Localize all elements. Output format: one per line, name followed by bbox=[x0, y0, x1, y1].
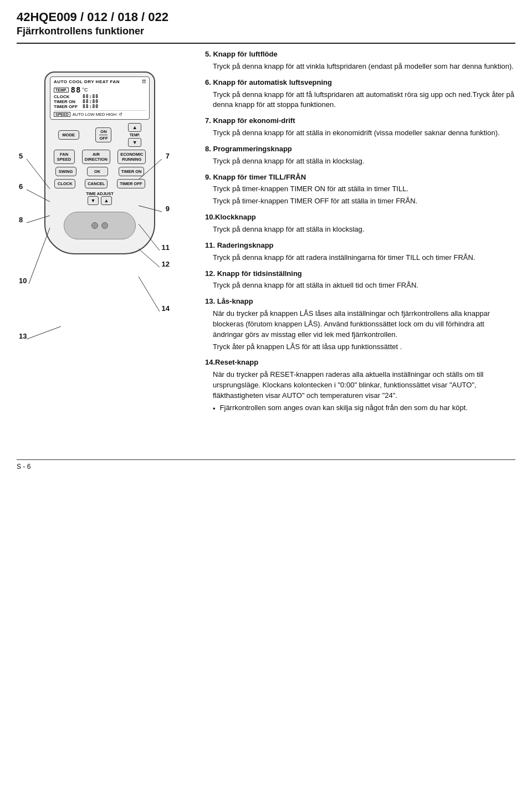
time-adjust-buttons: ▼ ▲ bbox=[50, 196, 150, 205]
item-6-num: 6. bbox=[205, 78, 213, 86]
circle-2 bbox=[101, 222, 108, 229]
clock-button[interactable]: CLOCK bbox=[54, 179, 75, 188]
left-panel: AUTO COOL DRY HEAT FAN ☷ TEMP. 88 °C CLO… bbox=[17, 49, 188, 448]
instruction-13: 13. Lås-knapp När du trycker på knappen … bbox=[205, 296, 515, 352]
temp-unit: °C bbox=[82, 87, 88, 93]
fan-icon: ☷ bbox=[142, 79, 146, 84]
speed-icon: ↺ bbox=[119, 112, 122, 117]
clock-label: CLOCK bbox=[54, 94, 80, 99]
time-adjust-section: TIME ADJUST ▼ ▲ bbox=[50, 191, 150, 205]
timer-off-button[interactable]: TIMER OFF bbox=[117, 179, 145, 188]
item-5-num: 5. bbox=[205, 50, 213, 58]
item-7-body: Tryck på denna knapp för att ställa in e… bbox=[213, 128, 515, 139]
item-14-title: Reset-knapp bbox=[215, 358, 258, 366]
instruction-12: 12. Knapp för tidsinställning Tryck på d… bbox=[205, 269, 515, 292]
item-6-title: Knapp för automatisk luftsvepning bbox=[213, 78, 332, 86]
temp-control: ▲ TEMP. ▼ bbox=[128, 123, 141, 147]
circle-1 bbox=[91, 222, 98, 229]
air-direction-button[interactable]: AIR DIRECTION bbox=[82, 150, 110, 164]
instruction-11: 11. Raderingsknapp Tryck på denna knapp … bbox=[205, 241, 515, 263]
timer-on-value: 88:80 bbox=[83, 99, 99, 104]
button-row-4: CLOCK CANCEL TIMER OFF bbox=[50, 179, 150, 188]
item-9-num: 9. bbox=[205, 173, 213, 181]
temp-label: TEMP. bbox=[54, 88, 69, 93]
clock-value: 88:88 bbox=[83, 94, 99, 99]
item-13-title: Lås-knapp bbox=[217, 297, 253, 305]
instruction-10: 10.Klockknapp Tryck på denna knapp för a… bbox=[205, 212, 515, 235]
speed-label: SPEED bbox=[54, 112, 70, 117]
item-9-body2: Tryck på timer-knappen TIMER OFF för att… bbox=[213, 196, 515, 207]
cancel-button[interactable]: CANCEL bbox=[85, 179, 108, 188]
item-12-title: Knapp för tidsinställning bbox=[217, 269, 302, 278]
item-7-title: Knapp för ekonomi-drift bbox=[213, 116, 295, 125]
label-11: 11 bbox=[162, 243, 170, 252]
mode-indicators: AUTO COOL DRY HEAT FAN bbox=[54, 79, 120, 84]
label-5: 5 bbox=[19, 152, 23, 160]
instruction-5: 5. Knapp för luftflöde Tryck på denna kn… bbox=[205, 49, 515, 72]
right-panel: 5. Knapp för luftflöde Tryck på denna kn… bbox=[205, 49, 515, 448]
item-9-title: Knapp för timer TILL/FRÅN bbox=[213, 173, 306, 181]
label-9: 9 bbox=[166, 204, 170, 213]
svg-line-9 bbox=[139, 277, 160, 311]
item-13-body2: Tryck åter på knappen LÅS för att låsa u… bbox=[213, 342, 515, 352]
item-13-num: 13. bbox=[205, 297, 217, 305]
instruction-8: 8. Programmeringsknapp Tryck på denna kn… bbox=[205, 144, 515, 167]
timer-on-button[interactable]: TIMER ON bbox=[119, 167, 145, 176]
item-14-bullet: • Fjärrkontrollen som anges ovan kan ski… bbox=[213, 403, 515, 415]
item-10-body: Tryck på denna knapp för att ställa in k… bbox=[213, 224, 515, 235]
item-9-body1: Tryck på timer-knappen TIMER ON för att … bbox=[213, 184, 515, 195]
page-footer: S - 6 bbox=[17, 459, 515, 471]
button-row-1: MODE ON OFF ▲ TEMP. ▼ bbox=[50, 123, 150, 147]
instruction-14: 14.Reset-knapp När du trycker på RESET-k… bbox=[205, 357, 515, 414]
item-10-title: Klockknapp bbox=[215, 213, 256, 221]
instruction-9: 9. Knapp för timer TILL/FRÅN Tryck på ti… bbox=[205, 172, 515, 207]
item-13-body1: När du trycker på knappen LÅS låses alla… bbox=[213, 309, 515, 340]
label-12: 12 bbox=[162, 260, 170, 268]
off-label: OFF bbox=[99, 136, 108, 141]
item-7-num: 7. bbox=[205, 116, 213, 125]
page-wrapper: 42HQE009 / 012 / 018 / 022 Fjärrkontroll… bbox=[0, 0, 532, 487]
timer-off-label: TIMER OFF bbox=[54, 104, 80, 109]
on-off-button[interactable]: ON OFF bbox=[95, 127, 111, 142]
item-14-num: 14. bbox=[205, 358, 215, 366]
item-14-bullet-text: Fjärrkontrollen som anges ovan kan skilj… bbox=[220, 403, 468, 415]
timer-off-value: 88:80 bbox=[83, 104, 99, 109]
label-7: 7 bbox=[166, 152, 170, 160]
temp-up-button[interactable]: ▲ bbox=[128, 123, 141, 132]
instruction-6: 6. Knapp för automatisk luftsvepning Try… bbox=[205, 78, 515, 111]
item-10-num: 10. bbox=[205, 213, 215, 221]
temp-label-btn: TEMP. bbox=[130, 133, 140, 137]
item-11-body: Tryck på denna knapp för att radera inst… bbox=[213, 253, 515, 263]
item-14-body1: När du trycker på RESET-knappen raderas … bbox=[213, 370, 515, 401]
ok-button[interactable]: OK bbox=[87, 167, 108, 176]
page-header: 42HQE009 / 012 / 018 / 022 Fjärrkontroll… bbox=[17, 10, 515, 37]
timer-on-label: TIMER ON bbox=[54, 99, 80, 104]
model-number: 42HQE009 / 012 / 018 / 022 bbox=[17, 10, 515, 24]
label-8: 8 bbox=[19, 216, 23, 224]
economic-running-button[interactable]: ECONOMIC RUNNING bbox=[117, 150, 146, 164]
label-6: 6 bbox=[19, 182, 23, 191]
item-11-title: Raderingsknapp bbox=[217, 241, 274, 249]
on-label: ON bbox=[100, 129, 106, 134]
svg-line-8 bbox=[27, 326, 61, 339]
item-8-num: 8. bbox=[205, 145, 213, 153]
item-12-body: Tryck på denna knapp för att ställa in a… bbox=[213, 280, 515, 291]
label-13: 13 bbox=[19, 332, 27, 340]
temp-down-button[interactable]: ▼ bbox=[128, 138, 141, 147]
item-6-body: Tryck på denna knapp för att få luftspri… bbox=[213, 90, 515, 111]
battery-compartment bbox=[64, 212, 136, 239]
mode-button[interactable]: MODE bbox=[58, 130, 79, 140]
item-8-title: Programmeringsknapp bbox=[213, 145, 291, 153]
time-up-button[interactable]: ▲ bbox=[101, 196, 112, 205]
remote-control: AUTO COOL DRY HEAT FAN ☷ TEMP. 88 °C CLO… bbox=[44, 71, 155, 254]
item-11-num: 11. bbox=[205, 241, 217, 249]
swing-button[interactable]: SWING bbox=[55, 167, 76, 176]
fan-speed-button[interactable]: FAN SPEED bbox=[54, 150, 75, 164]
footer-lang: S - 6 bbox=[17, 463, 30, 471]
instruction-7: 7. Knapp för ekonomi-drift Tryck på denn… bbox=[205, 116, 515, 139]
time-down-button[interactable]: ▼ bbox=[88, 196, 99, 205]
bullet-dot: • bbox=[213, 404, 216, 415]
label-14: 14 bbox=[162, 304, 170, 313]
item-5-body: Tryck på denna knapp för att vinkla luft… bbox=[213, 62, 515, 72]
item-12-num: 12. bbox=[205, 269, 217, 278]
